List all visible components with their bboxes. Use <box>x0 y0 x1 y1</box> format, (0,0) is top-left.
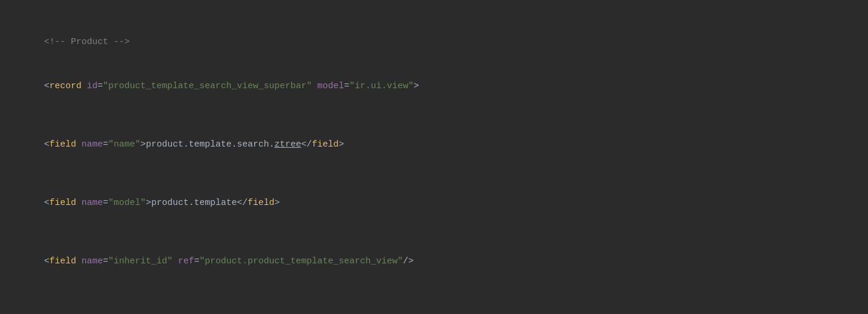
code-line-4: <field name="model">product.template</fi… <box>0 167 868 225</box>
code-line-6: <field name="arch" type="xml"> <box>0 284 868 314</box>
code-editor: <!-- Product --> <record id="product_tem… <box>0 0 868 314</box>
code-line-5: <field name="inherit_id" ref="product.pr… <box>0 225 868 284</box>
comment-product: <!-- Product --> <box>44 37 130 47</box>
code-line-3: <field name="name">product.template.sear… <box>0 108 868 167</box>
code-line-2: <record id="product_template_search_view… <box>0 64 868 108</box>
code-line-1: <!-- Product --> <box>0 6 868 64</box>
